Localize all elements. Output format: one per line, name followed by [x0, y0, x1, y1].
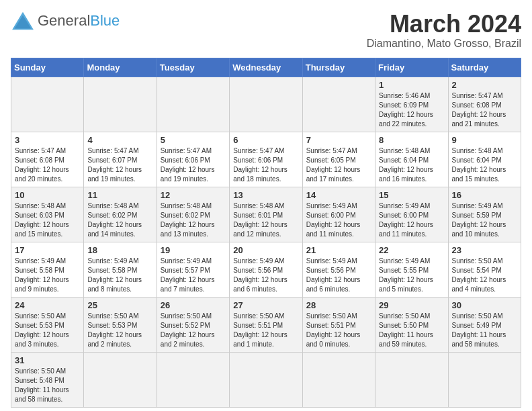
calendar-cell: 12Sunrise: 5:48 AM Sunset: 6:02 PM Dayli…	[157, 187, 229, 242]
day-info: Sunrise: 5:48 AM Sunset: 6:02 PM Dayligh…	[87, 201, 152, 239]
day-number: 4	[87, 135, 152, 145]
day-info: Sunrise: 5:50 AM Sunset: 5:51 PM Dayligh…	[233, 312, 298, 349]
calendar-week-row: 1Sunrise: 5:46 AM Sunset: 6:09 PM Daylig…	[11, 77, 521, 132]
calendar-cell: 27Sunrise: 5:50 AM Sunset: 5:51 PM Dayli…	[230, 297, 302, 352]
day-number: 14	[306, 190, 371, 200]
title-area: March 2024 Diamantino, Mato Grosso, Braz…	[367, 11, 521, 50]
day-number: 13	[233, 190, 298, 200]
calendar-cell: 23Sunrise: 5:50 AM Sunset: 5:54 PM Dayli…	[448, 242, 521, 297]
weekday-header-monday: Monday	[84, 58, 157, 77]
day-number: 26	[161, 300, 226, 310]
calendar-cell: 30Sunrise: 5:50 AM Sunset: 5:49 PM Dayli…	[448, 297, 521, 352]
day-number: 16	[452, 190, 517, 200]
calendar-cell: 26Sunrise: 5:50 AM Sunset: 5:52 PM Dayli…	[157, 297, 229, 352]
weekday-header-saturday: Saturday	[448, 58, 521, 77]
day-number: 28	[306, 300, 371, 310]
day-info: Sunrise: 5:50 AM Sunset: 5:53 PM Dayligh…	[15, 312, 80, 349]
day-info: Sunrise: 5:47 AM Sunset: 6:06 PM Dayligh…	[233, 146, 298, 184]
day-info: Sunrise: 5:49 AM Sunset: 5:56 PM Dayligh…	[233, 257, 298, 294]
day-number: 3	[15, 135, 80, 145]
calendar-cell: 2Sunrise: 5:47 AM Sunset: 6:08 PM Daylig…	[448, 77, 521, 132]
day-info: Sunrise: 5:50 AM Sunset: 5:50 PM Dayligh…	[379, 312, 444, 349]
calendar-cell: 29Sunrise: 5:50 AM Sunset: 5:50 PM Dayli…	[375, 297, 448, 352]
day-info: Sunrise: 5:49 AM Sunset: 6:00 PM Dayligh…	[379, 201, 444, 239]
day-info: Sunrise: 5:48 AM Sunset: 6:03 PM Dayligh…	[15, 201, 80, 239]
day-info: Sunrise: 5:48 AM Sunset: 6:02 PM Dayligh…	[161, 201, 226, 239]
calendar-cell: 3Sunrise: 5:47 AM Sunset: 6:08 PM Daylig…	[11, 132, 84, 187]
day-number: 8	[379, 135, 444, 145]
day-info: Sunrise: 5:46 AM Sunset: 6:09 PM Dayligh…	[379, 91, 444, 129]
calendar-cell: 24Sunrise: 5:50 AM Sunset: 5:53 PM Dayli…	[11, 297, 84, 352]
calendar-cell: 13Sunrise: 5:48 AM Sunset: 6:01 PM Dayli…	[230, 187, 302, 242]
calendar-cell	[84, 77, 157, 132]
calendar-cell: 4Sunrise: 5:47 AM Sunset: 6:07 PM Daylig…	[84, 132, 157, 187]
calendar-week-row: 3Sunrise: 5:47 AM Sunset: 6:08 PM Daylig…	[11, 132, 521, 187]
weekday-header-sunday: Sunday	[11, 58, 84, 77]
calendar-table: SundayMondayTuesdayWednesdayThursdayFrid…	[11, 58, 521, 408]
logo-icon	[11, 11, 35, 31]
calendar-cell: 15Sunrise: 5:49 AM Sunset: 6:00 PM Dayli…	[375, 187, 448, 242]
day-number: 24	[15, 300, 80, 310]
calendar-cell: 19Sunrise: 5:49 AM Sunset: 5:57 PM Dayli…	[157, 242, 229, 297]
calendar-cell	[84, 352, 157, 407]
day-info: Sunrise: 5:49 AM Sunset: 5:55 PM Dayligh…	[379, 257, 444, 294]
day-number: 11	[87, 190, 152, 200]
calendar-cell: 1Sunrise: 5:46 AM Sunset: 6:09 PM Daylig…	[375, 77, 448, 132]
calendar-cell: 5Sunrise: 5:47 AM Sunset: 6:06 PM Daylig…	[157, 132, 229, 187]
calendar-cell: 28Sunrise: 5:50 AM Sunset: 5:51 PM Dayli…	[302, 297, 375, 352]
day-info: Sunrise: 5:48 AM Sunset: 6:04 PM Dayligh…	[452, 146, 517, 184]
calendar-cell: 31Sunrise: 5:50 AM Sunset: 5:48 PM Dayli…	[11, 352, 84, 407]
calendar-cell: 18Sunrise: 5:49 AM Sunset: 5:58 PM Dayli…	[84, 242, 157, 297]
weekday-header-wednesday: Wednesday	[230, 58, 302, 77]
day-number: 27	[233, 300, 298, 310]
day-info: Sunrise: 5:50 AM Sunset: 5:53 PM Dayligh…	[87, 312, 152, 349]
day-number: 12	[161, 190, 226, 200]
calendar-cell: 16Sunrise: 5:49 AM Sunset: 5:59 PM Dayli…	[448, 187, 521, 242]
calendar-cell	[375, 352, 448, 407]
weekday-header-thursday: Thursday	[302, 58, 375, 77]
day-number: 15	[379, 190, 444, 200]
calendar-cell	[302, 77, 375, 132]
day-number: 6	[233, 135, 298, 145]
month-title: March 2024	[367, 11, 521, 38]
calendar-cell	[448, 352, 521, 407]
day-info: Sunrise: 5:48 AM Sunset: 6:01 PM Dayligh…	[233, 201, 298, 239]
calendar-cell: 11Sunrise: 5:48 AM Sunset: 6:02 PM Dayli…	[84, 187, 157, 242]
calendar-cell: 8Sunrise: 5:48 AM Sunset: 6:04 PM Daylig…	[375, 132, 448, 187]
day-info: Sunrise: 5:49 AM Sunset: 6:00 PM Dayligh…	[306, 201, 371, 239]
calendar-cell: 22Sunrise: 5:49 AM Sunset: 5:55 PM Dayli…	[375, 242, 448, 297]
calendar-cell: 25Sunrise: 5:50 AM Sunset: 5:53 PM Dayli…	[84, 297, 157, 352]
page-header: GeneralBlue March 2024 Diamantino, Mato …	[11, 11, 521, 50]
day-info: Sunrise: 5:50 AM Sunset: 5:51 PM Dayligh…	[306, 312, 371, 349]
day-number: 21	[306, 245, 371, 255]
day-number: 18	[87, 245, 152, 255]
calendar-cell	[157, 352, 229, 407]
day-info: Sunrise: 5:49 AM Sunset: 5:58 PM Dayligh…	[87, 257, 152, 294]
day-number: 25	[87, 300, 152, 310]
calendar-cell: 21Sunrise: 5:49 AM Sunset: 5:56 PM Dayli…	[302, 242, 375, 297]
day-info: Sunrise: 5:50 AM Sunset: 5:49 PM Dayligh…	[452, 312, 517, 349]
calendar-cell: 7Sunrise: 5:47 AM Sunset: 6:05 PM Daylig…	[302, 132, 375, 187]
day-number: 17	[15, 245, 80, 255]
calendar-cell: 17Sunrise: 5:49 AM Sunset: 5:58 PM Dayli…	[11, 242, 84, 297]
day-number: 7	[306, 135, 371, 145]
calendar-cell: 9Sunrise: 5:48 AM Sunset: 6:04 PM Daylig…	[448, 132, 521, 187]
day-info: Sunrise: 5:50 AM Sunset: 5:52 PM Dayligh…	[161, 312, 226, 349]
day-number: 20	[233, 245, 298, 255]
calendar-cell	[11, 77, 84, 132]
day-number: 29	[379, 300, 444, 310]
calendar-cell	[230, 77, 302, 132]
location-title: Diamantino, Mato Grosso, Brazil	[367, 38, 521, 50]
day-info: Sunrise: 5:48 AM Sunset: 6:04 PM Dayligh…	[379, 146, 444, 184]
weekday-header-friday: Friday	[375, 58, 448, 77]
calendar-week-row: 31Sunrise: 5:50 AM Sunset: 5:48 PM Dayli…	[11, 352, 521, 407]
day-info: Sunrise: 5:50 AM Sunset: 5:48 PM Dayligh…	[15, 367, 80, 404]
day-number: 30	[452, 300, 517, 310]
calendar-week-row: 17Sunrise: 5:49 AM Sunset: 5:58 PM Dayli…	[11, 242, 521, 297]
day-info: Sunrise: 5:47 AM Sunset: 6:07 PM Dayligh…	[87, 146, 152, 184]
day-number: 23	[452, 245, 517, 255]
day-number: 10	[15, 190, 80, 200]
day-number: 31	[15, 355, 80, 365]
day-number: 9	[452, 135, 517, 145]
calendar-week-row: 24Sunrise: 5:50 AM Sunset: 5:53 PM Dayli…	[11, 297, 521, 352]
